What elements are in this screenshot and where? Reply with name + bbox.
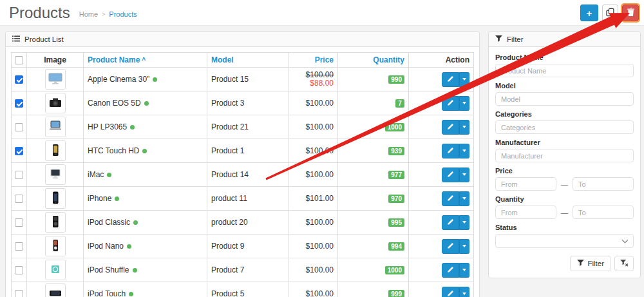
sort-link-model[interactable]: Model — [211, 55, 234, 64]
filter-field-price: Price— — [495, 167, 634, 191]
product-price: $100.00 — [306, 122, 334, 131]
edit-dropdown-button[interactable] — [459, 144, 469, 158]
edit-dropdown-button[interactable] — [459, 287, 469, 297]
row-select-cell — [12, 235, 27, 258]
sort-link-quantity[interactable]: Quantity — [373, 55, 404, 64]
caret-down-icon — [462, 78, 466, 81]
row-name-cell: iPod Shuffle — [84, 258, 207, 282]
pencil-icon — [447, 75, 454, 84]
edit-dropdown-button[interactable] — [459, 72, 469, 87]
page-title: Products — [9, 4, 70, 22]
edit-button[interactable] — [442, 191, 459, 206]
copy-button[interactable] — [602, 5, 618, 21]
edit-dropdown-button[interactable] — [459, 239, 469, 254]
product-model: Product 9 — [207, 235, 289, 258]
add-product-button[interactable]: + — [580, 5, 598, 21]
row-image-cell — [27, 211, 84, 235]
sort-link-price[interactable]: Price — [315, 55, 334, 64]
row-checkbox[interactable] — [15, 123, 23, 131]
filter-heading: Filter — [489, 32, 640, 47]
model-input[interactable] — [495, 92, 634, 106]
edit-button[interactable] — [442, 215, 459, 230]
filter-field-categories: Categories — [495, 110, 634, 134]
row-checkbox[interactable] — [15, 290, 23, 297]
edit-button[interactable] — [442, 239, 459, 254]
camera-thumbnail-icon — [48, 95, 63, 112]
price-label: Price — [495, 167, 634, 175]
caret-down-icon — [462, 197, 466, 200]
quantity-to-input[interactable] — [573, 206, 634, 219]
pencil-icon — [447, 289, 454, 297]
edit-dropdown-button[interactable] — [459, 96, 469, 111]
row-action-cell — [409, 211, 474, 235]
edit-button[interactable] — [442, 263, 459, 278]
breadcrumb-home-link[interactable]: Home — [79, 10, 98, 18]
pencil-icon — [447, 122, 454, 132]
product-list-title: Product List — [24, 35, 64, 43]
edit-button[interactable] — [442, 168, 459, 182]
product-name: iMac — [88, 170, 104, 179]
edit-button[interactable] — [442, 120, 459, 135]
product-name: iPhone — [88, 194, 111, 203]
row-checkbox[interactable] — [15, 195, 23, 203]
product-thumbnail — [45, 260, 66, 280]
row-checkbox[interactable] — [15, 99, 23, 108]
filter-button[interactable]: Filter — [570, 256, 611, 271]
product-price: $100.00 — [306, 146, 334, 155]
price-from-input[interactable] — [495, 177, 556, 191]
edit-dropdown-button[interactable] — [459, 263, 469, 278]
manufacturer-input[interactable] — [495, 149, 634, 162]
row-image-cell — [27, 139, 84, 163]
status-enabled-dot-icon — [130, 125, 135, 129]
caret-down-icon — [462, 149, 466, 152]
row-checkbox[interactable] — [15, 266, 23, 274]
caret-down-icon — [462, 102, 466, 104]
row-checkbox[interactable] — [15, 171, 23, 179]
delete-button[interactable] — [622, 5, 639, 21]
table-row: HP LP3065Product 21$100.001000 — [12, 115, 474, 139]
status-select[interactable] — [495, 234, 634, 248]
status-enabled-dot-icon — [107, 173, 111, 177]
product-thumbnail — [45, 212, 66, 233]
clear-filter-button[interactable] — [614, 256, 634, 271]
filter-field-quantity: Quantity— — [495, 195, 634, 219]
edit-dropdown-button[interactable] — [459, 168, 469, 182]
edit-button[interactable] — [442, 72, 459, 87]
edit-button[interactable] — [442, 144, 459, 158]
row-checkbox[interactable] — [15, 147, 23, 155]
price-to-input[interactable] — [573, 177, 634, 191]
sort-link-product-name[interactable]: Product Name^ — [88, 55, 146, 64]
breadcrumb-current-link[interactable]: Products — [109, 10, 137, 18]
row-image-cell — [27, 187, 84, 211]
product-model: product 20 — [207, 211, 289, 235]
pencil-icon — [447, 170, 454, 180]
row-name-cell: Canon EOS 5D — [84, 91, 207, 115]
pencil-icon — [447, 146, 454, 156]
row-image-cell — [27, 115, 84, 139]
row-checkbox[interactable] — [15, 218, 23, 227]
edit-dropdown-button[interactable] — [459, 191, 469, 206]
edit-button[interactable] — [442, 287, 459, 297]
edit-button[interactable] — [442, 96, 459, 111]
edit-dropdown-button[interactable] — [459, 120, 469, 135]
select-all-header-cell — [12, 53, 27, 68]
ipod-nano-thumbnail-icon — [48, 238, 63, 255]
product-name: iPod Touch — [88, 289, 126, 297]
pencil-icon — [447, 242, 454, 251]
edit-button-group — [442, 168, 469, 182]
product-name-input[interactable] — [495, 64, 634, 77]
categories-input[interactable] — [495, 120, 634, 134]
select-all-checkbox[interactable] — [15, 56, 23, 64]
column-header-action: Action — [409, 53, 474, 68]
row-checkbox[interactable] — [15, 75, 23, 84]
edit-dropdown-button[interactable] — [459, 215, 469, 230]
copy-icon — [606, 8, 614, 19]
range-dash: — — [561, 180, 568, 188]
column-header-quantity: Quantity — [338, 53, 409, 68]
quantity-from-input[interactable] — [495, 206, 556, 219]
quantity-range: — — [495, 206, 634, 219]
row-checkbox[interactable] — [15, 242, 23, 251]
row-name-cell: iPod Touch — [84, 282, 207, 297]
caret-down-icon — [462, 292, 466, 295]
product-name: HP LP3065 — [88, 122, 127, 131]
